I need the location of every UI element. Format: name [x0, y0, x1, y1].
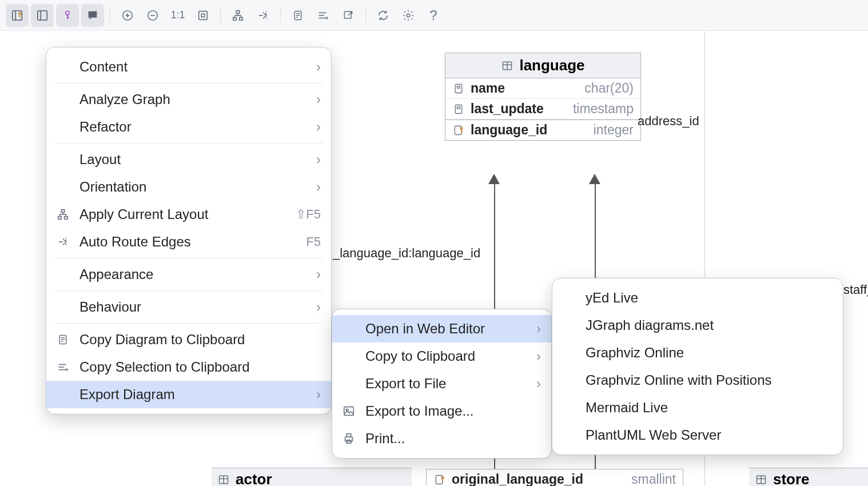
export-button[interactable] [337, 4, 360, 27]
column-type: timestamp [573, 101, 634, 117]
submenu-export: Open in Web Editor› Copy to Clipboard› E… [332, 309, 552, 459]
table-language[interactable]: language name char(20) last_update times… [445, 53, 641, 141]
submenu-web-editor: yEd Live JGraph diagrams.net Graphviz On… [552, 278, 843, 455]
zoom-out-button[interactable] [141, 4, 164, 27]
menu-item-yed[interactable]: yEd Live [552, 284, 843, 312]
menu-item-behaviour[interactable]: Behaviour› [46, 293, 331, 321]
column-type: integer [594, 122, 634, 138]
menu-item-jgraph[interactable]: JGraph diagrams.net [552, 312, 843, 339]
svg-rect-16 [236, 10, 240, 13]
table-store[interactable]: store [749, 468, 868, 486]
relation-label: address_id [638, 114, 699, 129]
toolbar-separator [280, 7, 281, 23]
settings-button[interactable] [397, 4, 420, 27]
copy-diagram-button[interactable] [286, 4, 309, 27]
menu-separator [54, 143, 323, 144]
column-name: name [471, 81, 505, 96]
key-icon-button[interactable] [56, 4, 79, 27]
layout-button[interactable] [226, 4, 249, 27]
menu-separator [54, 258, 323, 258]
menu-item-analyze-graph[interactable]: Analyze Graph› [46, 86, 331, 113]
primary-key-icon [452, 125, 465, 136]
menu-item-appearance[interactable]: Appearance› [46, 261, 331, 288]
details-panel-button[interactable] [31, 4, 54, 27]
route-icon [54, 236, 71, 248]
menu-item-orientation[interactable]: Orientation› [46, 173, 331, 201]
table-header: store [749, 468, 868, 486]
menu-item-apply-layout[interactable]: Apply Current Layout⇧F5 [46, 201, 331, 228]
table-title: store [773, 471, 810, 486]
svg-rect-4 [38, 10, 47, 20]
table-icon [501, 60, 513, 71]
menu-item-graphviz[interactable]: Graphviz Online [552, 339, 843, 367]
key-panel-button[interactable] [6, 4, 29, 27]
relation-label: staff_ [843, 282, 868, 297]
menu-item-open-web[interactable]: Open in Web Editor› [332, 315, 551, 342]
table-title: actor [236, 471, 272, 486]
column-type: smallint [631, 472, 676, 486]
menu-item-copy-clipboard[interactable]: Copy to Clipboard› [332, 342, 551, 370]
table-row[interactable]: original_language_id smallint [427, 469, 683, 486]
arrow-head-icon [589, 174, 600, 184]
layout-icon [54, 208, 71, 221]
chevron-right-icon: › [536, 321, 541, 337]
menu-item-refactor[interactable]: Refactor› [46, 113, 331, 141]
table-actor[interactable]: actor [212, 468, 412, 486]
table-film-partial[interactable]: original_language_id smallint [426, 469, 683, 486]
menu-item-layout[interactable]: Layout› [46, 146, 331, 173]
menu-item-export-image[interactable]: Export to Image... [332, 397, 551, 425]
svg-rect-36 [457, 86, 460, 87]
copy-selection-button[interactable] [312, 4, 335, 27]
menu-separator [54, 83, 323, 83]
fit-button[interactable] [192, 4, 214, 27]
svg-point-6 [66, 11, 70, 15]
chevron-right-icon: › [316, 266, 321, 282]
column-type: char(20) [584, 81, 634, 96]
svg-rect-52 [61, 210, 65, 213]
menu-item-graphviz-positions[interactable]: Graphviz Online with Positions [552, 367, 843, 394]
svg-rect-54 [65, 217, 68, 220]
chevron-right-icon: › [316, 299, 321, 315]
zoom-reset-button[interactable]: 1:1 [166, 4, 189, 27]
menu-item-copy-selection[interactable]: Copy Selection to Clipboard [46, 353, 331, 381]
table-row[interactable]: language_id integer [445, 119, 640, 140]
chevron-right-icon: › [316, 152, 321, 168]
toolbar-separator [365, 7, 366, 23]
menu-item-copy-diagram[interactable]: Copy Diagram to Clipboard [46, 326, 331, 353]
table-icon [755, 474, 767, 485]
copy-icon [54, 333, 71, 346]
menu-item-mermaid[interactable]: Mermaid Live [552, 394, 843, 421]
svg-rect-17 [233, 17, 237, 20]
svg-rect-30 [344, 11, 351, 18]
table-row[interactable]: name char(20) [445, 78, 640, 99]
column-name: last_update [471, 101, 544, 117]
toolbar: 1:1 ? [0, 0, 868, 31]
route-button[interactable] [252, 4, 274, 27]
svg-rect-66 [344, 407, 354, 416]
toolbar-separator [110, 7, 110, 23]
foreign-key-icon [433, 474, 446, 485]
column-name: original_language_id [452, 472, 583, 486]
svg-rect-15 [201, 14, 205, 17]
svg-point-2 [19, 12, 21, 14]
svg-rect-18 [240, 17, 243, 20]
context-menu: Content› Analyze Graph› Refactor› Layout… [46, 47, 332, 415]
comment-button[interactable] [81, 4, 104, 27]
zoom-in-button[interactable] [116, 4, 139, 27]
menu-item-print[interactable]: Print... [332, 425, 551, 452]
shortcut: ⇧F5 [296, 207, 321, 222]
menu-item-export-diagram[interactable]: Export Diagram› [46, 381, 331, 408]
menu-item-plantuml[interactable]: PlantUML Web Server [552, 421, 843, 449]
svg-rect-69 [347, 434, 351, 437]
menu-item-export-file[interactable]: Export to File› [332, 370, 551, 397]
help-button[interactable]: ? [422, 4, 445, 27]
menu-separator [54, 323, 323, 324]
chevron-right-icon: › [316, 179, 321, 195]
table-row[interactable]: last_update timestamp [445, 99, 640, 119]
refresh-button[interactable] [372, 4, 395, 27]
column-icon [452, 83, 465, 94]
menu-item-content[interactable]: Content› [46, 53, 331, 81]
print-icon [340, 432, 357, 445]
toolbar-separator [220, 7, 221, 23]
menu-item-auto-route[interactable]: Auto Route EdgesF5 [46, 228, 331, 256]
